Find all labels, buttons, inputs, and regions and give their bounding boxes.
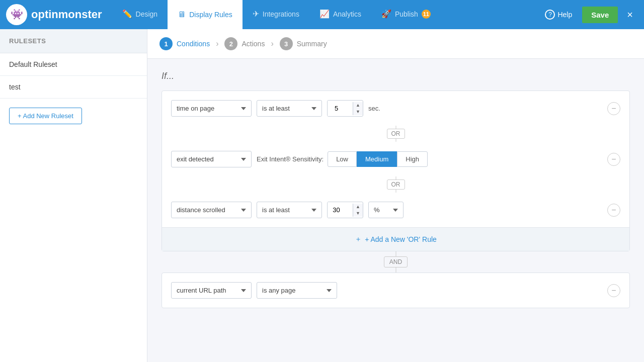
add-or-icon: ＋ xyxy=(355,235,362,244)
condition-select-url[interactable]: current URL path time on page exit detec… xyxy=(171,282,252,299)
step-3-summary[interactable]: 3 Summary xyxy=(280,37,327,50)
if-label: If... xyxy=(162,71,630,81)
sidebar: Rulesets Default Ruleset test + Add New … xyxy=(0,29,147,362)
close-button[interactable]: × xyxy=(622,6,638,24)
operator-select-3[interactable]: is at least is less than xyxy=(257,202,322,218)
sidebar-item-default-ruleset[interactable]: Default Ruleset xyxy=(0,53,147,76)
rule-row-distance-scrolled: distance scrolled time on page exit dete… xyxy=(162,193,629,227)
display-rules-icon: 🖥 xyxy=(178,10,186,19)
design-icon: ✏️ xyxy=(122,9,132,19)
help-label: Help xyxy=(557,11,572,19)
help-button[interactable]: ? Help xyxy=(539,7,578,23)
sensitivity-medium[interactable]: Medium xyxy=(357,151,397,167)
sensitivity-high[interactable]: High xyxy=(397,151,428,167)
value-input-wrap-1: ▲ ▼ xyxy=(327,100,363,117)
layout: Rulesets Default Ruleset test + Add New … xyxy=(0,29,644,362)
unit-select-3[interactable]: % px xyxy=(368,202,404,218)
tab-display-rules[interactable]: 🖥 Display Rules xyxy=(168,0,243,29)
tab-analytics[interactable]: 📈 Analytics xyxy=(309,0,371,29)
step-arrow-2: › xyxy=(271,39,273,48)
sidebar-item-label: Default Ruleset xyxy=(9,60,57,68)
value-input-1[interactable] xyxy=(328,101,353,116)
step-1-label: Conditions xyxy=(177,40,210,48)
step-3-number: 3 xyxy=(280,37,293,50)
sensitivity-label: Exit Intent® Sensitivity: xyxy=(257,155,324,163)
steps-bar: 1 Conditions › 2 Actions › 3 Summary xyxy=(147,29,644,59)
tab-display-rules-label: Display Rules xyxy=(189,11,232,19)
sidebar-heading: Rulesets xyxy=(0,29,147,53)
integrations-icon: ✈ xyxy=(253,9,259,19)
or-connector-2: OR xyxy=(162,176,629,193)
remove-rule-1[interactable]: − xyxy=(607,102,620,115)
value-input-3[interactable] xyxy=(328,202,353,218)
rule-block-1: time on page exit detected distance scro… xyxy=(162,90,630,251)
remove-rule-3[interactable]: − xyxy=(607,204,620,217)
sidebar-item-test[interactable]: test xyxy=(0,76,147,99)
add-or-rule-button[interactable]: ＋ + Add a New 'OR' Rule xyxy=(162,227,629,251)
and-text: AND xyxy=(384,256,408,267)
spin-up-1[interactable]: ▲ xyxy=(353,102,363,109)
publish-badge: 11 xyxy=(422,10,431,19)
sidebar-item-label: test xyxy=(9,83,21,91)
rule-row-url-path: current URL path time on page exit detec… xyxy=(162,273,629,308)
save-button[interactable]: Save xyxy=(582,7,618,23)
top-nav: 👾 optinmonster ✏️ Design 🖥 Display Rules… xyxy=(0,0,644,29)
publish-icon: 🚀 xyxy=(381,9,391,19)
step-2-label: Actions xyxy=(242,40,265,48)
nav-right: ? Help Save × xyxy=(539,6,638,24)
operator-select-1[interactable]: is at least is less than xyxy=(257,100,322,117)
spin-up-3[interactable]: ▲ xyxy=(353,204,363,210)
tab-design-label: Design xyxy=(136,10,158,18)
rule-block-2: current URL path time on page exit detec… xyxy=(162,273,630,308)
add-or-label: + Add a New 'OR' Rule xyxy=(365,235,437,243)
or-text-1: OR xyxy=(387,129,405,139)
content-area: If... time on page exit detected distanc… xyxy=(147,59,644,320)
tab-integrations-label: Integrations xyxy=(263,10,299,18)
add-ruleset-button[interactable]: + Add New Ruleset xyxy=(9,108,82,124)
step-arrow-1: › xyxy=(216,39,218,48)
step-3-label: Summary xyxy=(297,40,327,48)
or-text-2: OR xyxy=(387,179,405,190)
tab-integrations[interactable]: ✈ Integrations xyxy=(243,0,309,29)
help-icon: ? xyxy=(545,10,555,20)
spinner-3: ▲ ▼ xyxy=(353,204,363,217)
analytics-icon: 📈 xyxy=(319,9,330,19)
tab-analytics-label: Analytics xyxy=(333,10,361,18)
step-2-number: 2 xyxy=(224,37,237,50)
main-content: 1 Conditions › 2 Actions › 3 Summary If.… xyxy=(147,29,644,362)
rule-row-time-on-page: time on page exit detected distance scro… xyxy=(162,91,629,126)
logo: 👾 optinmonster xyxy=(6,4,102,25)
spin-down-1[interactable]: ▼ xyxy=(353,109,363,115)
unit-label-1: sec. xyxy=(368,105,380,112)
tab-publish[interactable]: 🚀 Publish 11 xyxy=(371,0,441,29)
svg-text:👾: 👾 xyxy=(11,8,23,20)
step-1-conditions[interactable]: 1 Conditions xyxy=(159,37,210,50)
spinner-1: ▲ ▼ xyxy=(353,102,363,115)
tab-publish-label: Publish xyxy=(395,10,418,18)
sensitivity-group: Exit Intent® Sensitivity: Low Medium Hig… xyxy=(257,151,428,167)
remove-rule-url[interactable]: − xyxy=(607,284,620,297)
condition-select-2[interactable]: exit detected time on page distance scro… xyxy=(171,151,252,167)
rule-row-exit-detected: exit detected time on page distance scro… xyxy=(162,142,629,176)
and-connector: AND xyxy=(162,251,630,273)
operator-select-url[interactable]: is any page contains exactly matches xyxy=(257,282,337,299)
logo-text: optinmonster xyxy=(31,8,102,21)
condition-select-1[interactable]: time on page exit detected distance scro… xyxy=(171,100,252,117)
remove-rule-2[interactable]: − xyxy=(607,153,620,166)
value-input-wrap-3: ▲ ▼ xyxy=(327,202,363,218)
tab-design[interactable]: ✏️ Design xyxy=(112,0,168,29)
step-2-actions[interactable]: 2 Actions xyxy=(224,37,265,50)
or-connector-1: OR xyxy=(162,126,629,142)
nav-tabs: ✏️ Design 🖥 Display Rules ✈ Integrations… xyxy=(112,0,539,29)
sensitivity-low[interactable]: Low xyxy=(328,151,357,167)
step-1-number: 1 xyxy=(159,37,173,50)
condition-select-3[interactable]: distance scrolled time on page exit dete… xyxy=(171,202,252,218)
spin-down-3[interactable]: ▼ xyxy=(353,210,363,217)
